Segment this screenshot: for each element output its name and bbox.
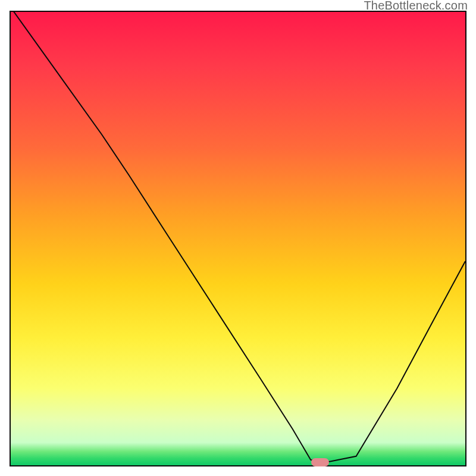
highlight-marker: [311, 458, 329, 466]
chart-frame: { "watermark": "TheBottleneck.com", "mar…: [0, 0, 476, 476]
line-curve: [11, 12, 465, 465]
plot-area: [10, 11, 466, 466]
